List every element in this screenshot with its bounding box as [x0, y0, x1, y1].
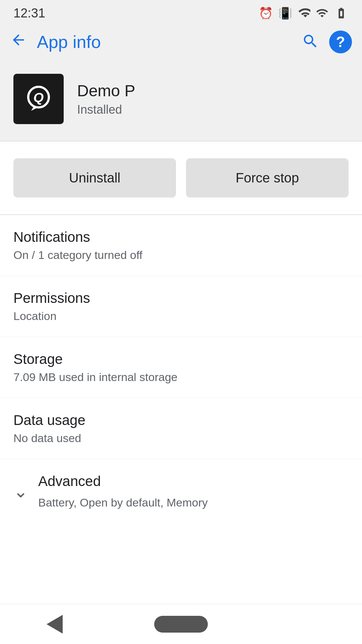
storage-item[interactable]: Storage 7.09 MB used in internal storage — [0, 337, 362, 398]
page-title: App info — [37, 32, 101, 52]
help-button[interactable]: ? — [329, 31, 352, 53]
back-button[interactable] — [10, 32, 27, 52]
permissions-subtitle: Location — [13, 310, 349, 323]
action-buttons: Uninstall Force stop — [0, 142, 362, 214]
advanced-content: Advanced Battery, Open by default, Memor… — [38, 473, 208, 509]
status-bar: 12:31 ⏰ 📳 — [0, 0, 362, 23]
app-bar-right: ? — [302, 31, 352, 53]
nav-back-button[interactable] — [45, 614, 65, 634]
uninstall-button[interactable]: Uninstall — [13, 158, 176, 198]
status-icons: ⏰ 📳 — [259, 6, 349, 20]
app-name: Demo P — [77, 82, 135, 100]
data-usage-title: Data usage — [13, 412, 349, 428]
force-stop-button[interactable]: Force stop — [186, 158, 349, 198]
nav-recents-button[interactable] — [297, 614, 317, 634]
bottom-nav-bar — [0, 604, 362, 644]
status-time: 12:31 — [13, 6, 45, 20]
app-info-header: Q Demo P Installed — [0, 60, 362, 141]
advanced-subtitle: Battery, Open by default, Memory — [38, 496, 208, 509]
svg-text:Q: Q — [34, 90, 44, 105]
advanced-item[interactable]: ⌄ Advanced Battery, Open by default, Mem… — [0, 459, 362, 523]
data-usage-item[interactable]: Data usage No data used — [0, 398, 362, 459]
vibrate-icon: 📳 — [278, 6, 292, 20]
app-install-status: Installed — [77, 103, 135, 117]
wifi-icon — [298, 7, 310, 19]
app-bar-left: App info — [10, 32, 101, 52]
help-icon: ? — [336, 35, 345, 49]
storage-title: Storage — [13, 351, 349, 367]
data-usage-subtitle: No data used — [13, 432, 349, 445]
signal-icon — [316, 7, 328, 19]
storage-subtitle: 7.09 MB used in internal storage — [13, 371, 349, 384]
app-icon-svg: Q — [20, 80, 57, 117]
search-icon[interactable] — [302, 33, 319, 51]
permissions-item[interactable]: Permissions Location — [0, 276, 362, 337]
app-icon: Q — [13, 74, 64, 124]
permissions-title: Permissions — [13, 290, 349, 306]
chevron-down-icon: ⌄ — [13, 481, 28, 501]
nav-back-triangle-icon — [47, 615, 63, 634]
notifications-title: Notifications — [13, 229, 349, 245]
settings-list: Notifications On / 1 category turned off… — [0, 215, 362, 523]
notifications-item[interactable]: Notifications On / 1 category turned off — [0, 215, 362, 276]
advanced-title: Advanced — [38, 473, 208, 489]
notifications-subtitle: On / 1 category turned off — [13, 249, 349, 262]
nav-home-button[interactable] — [154, 616, 208, 633]
app-bar: App info ? — [0, 23, 362, 60]
alarm-icon: ⏰ — [259, 6, 273, 20]
battery-icon — [334, 7, 349, 19]
app-name-section: Demo P Installed — [77, 82, 135, 117]
